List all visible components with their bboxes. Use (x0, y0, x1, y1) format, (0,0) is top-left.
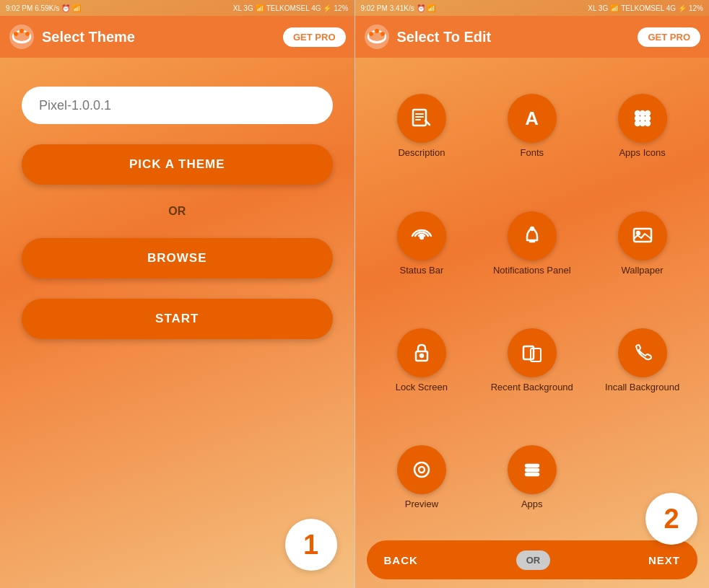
description-label: Description (398, 147, 445, 159)
app-logo-right (364, 24, 390, 50)
description-icon-circle (397, 94, 446, 143)
wallpaper-label: Wallpaper (622, 265, 664, 276)
carrier2-right: TELKOMSEL 4G (621, 4, 676, 12)
battery-left: 12% (334, 4, 348, 12)
incall-background-label: Incall Background (605, 382, 679, 393)
step-badge-2: 2 (645, 493, 697, 545)
speed-right: 3.41K/s (390, 4, 414, 12)
status-bar-left: 9:02 PM 6.59K/s ⏰ 📶 XL 3G 📶 TELKOMSEL 4G… (0, 0, 354, 16)
get-pro-button-left[interactable]: GET PRO (283, 27, 346, 47)
grid-item-description[interactable]: Description (367, 69, 477, 183)
svg-point-29 (414, 462, 429, 477)
or-label-left: OR (168, 205, 186, 218)
wallpaper-icon-circle (618, 211, 667, 260)
theme-name-input[interactable] (22, 87, 333, 124)
svg-point-2 (14, 32, 18, 36)
svg-point-11 (635, 111, 640, 115)
svg-rect-33 (526, 473, 539, 475)
carrier2-left: TELKOMSEL 4G (266, 4, 321, 12)
edit-options-grid: Description A Fonts Apps Icons (367, 69, 698, 540)
battery-right: 12% (689, 4, 703, 12)
pick-theme-button[interactable]: PICK A THEME (22, 144, 333, 185)
time-right: 9:02 PM (361, 4, 388, 12)
svg-point-9 (380, 32, 385, 36)
preview-label: Preview (405, 499, 438, 510)
recent-background-label: Recent Background (491, 382, 573, 393)
left-phone-panel: 9:02 PM 6.59K/s ⏰ 📶 XL 3G 📶 TELKOMSEL 4G… (0, 0, 355, 588)
svg-point-15 (640, 116, 645, 120)
right-phone-panel: 9:02 PM 3.41K/s ⏰ 📶 XL 3G 📶 TELKOMSEL 4G… (355, 0, 710, 588)
svg-point-12 (640, 111, 645, 115)
header-right: Select To Edit GET PRO (355, 16, 710, 58)
apps-icon-circle (508, 445, 557, 494)
left-main-content: PICK A THEME OR BROWSE START (0, 58, 354, 588)
fonts-icon-circle: A (508, 94, 557, 143)
grid-item-incall-background[interactable]: Incall Background (587, 304, 697, 418)
header-title-left: Select Theme (42, 29, 276, 45)
svg-point-8 (375, 29, 379, 33)
grid-item-fonts[interactable]: A Fonts (477, 69, 587, 183)
speed-left: 6.59K/s (35, 4, 59, 12)
status-bar-icon-circle (397, 211, 446, 260)
svg-rect-32 (526, 469, 539, 471)
icons-left: ⏰ 📶 (61, 4, 81, 12)
svg-point-20 (420, 236, 423, 239)
get-pro-button-right[interactable]: GET PRO (638, 27, 700, 47)
svg-point-16 (645, 116, 650, 120)
lock-screen-label: Lock Screen (396, 382, 448, 393)
status-time-left: 9:02 PM 6.59K/s ⏰ 📶 (6, 4, 81, 12)
apps-icons-icon-circle (618, 94, 667, 143)
svg-point-24 (637, 232, 640, 234)
recent-background-icon-circle (508, 328, 557, 377)
svg-point-13 (645, 111, 650, 115)
apps-icons-label: Apps Icons (619, 147, 665, 159)
svg-point-4 (25, 32, 30, 36)
start-button[interactable]: START (22, 299, 333, 339)
svg-point-18 (640, 121, 645, 126)
grid-item-notifications-panel[interactable]: Notifications Panel (477, 186, 587, 300)
svg-point-30 (419, 467, 425, 473)
notifications-label: Notifications Panel (493, 265, 571, 276)
time-left: 9:02 PM (6, 4, 32, 12)
bottom-or-label: OR (516, 550, 551, 570)
step-badge-1: 1 (285, 519, 337, 571)
status-right-left: XL 3G 📶 TELKOMSEL 4G ⚡ 12% (233, 4, 349, 12)
preview-icon-circle (397, 445, 446, 494)
svg-point-3 (19, 29, 24, 33)
svg-point-19 (645, 121, 650, 126)
svg-point-17 (635, 121, 640, 126)
notifications-icon-circle (508, 211, 557, 260)
status-bar-right: 9:02 PM 3.41K/s ⏰ 📶 XL 3G 📶 TELKOMSEL 4G… (355, 0, 710, 16)
status-bar-label: Status Bar (400, 265, 444, 276)
fonts-icon: A (525, 107, 539, 130)
grid-item-lock-screen[interactable]: Lock Screen (367, 304, 477, 418)
grid-item-recent-background[interactable]: Recent Background (477, 304, 587, 418)
carrier-right: XL 3G (588, 4, 608, 12)
header-title-right: Select To Edit (397, 29, 631, 45)
svg-point-22 (531, 227, 534, 230)
grid-item-status-bar[interactable]: Status Bar (367, 186, 477, 300)
svg-point-14 (635, 116, 640, 120)
svg-point-26 (420, 354, 423, 357)
incall-background-icon-circle (618, 328, 667, 377)
svg-point-7 (369, 32, 373, 36)
next-button[interactable]: NEXT (648, 554, 680, 566)
grid-item-preview[interactable]: Preview (367, 421, 477, 535)
app-logo-left (9, 24, 35, 50)
grid-item-apps[interactable]: Apps (477, 421, 587, 535)
header-left: Select Theme GET PRO (0, 16, 354, 58)
lock-screen-icon-circle (397, 328, 446, 377)
apps-label: Apps (521, 499, 543, 510)
svg-rect-31 (526, 465, 539, 467)
bottom-navigation-bar: BACK OR NEXT (367, 540, 698, 579)
browse-button[interactable]: BROWSE (22, 238, 333, 278)
carrier-left: XL 3G (233, 4, 253, 12)
grid-item-apps-icons[interactable]: Apps Icons (587, 69, 697, 183)
fonts-label: Fonts (520, 147, 544, 159)
back-button[interactable]: BACK (384, 554, 418, 566)
grid-item-wallpaper[interactable]: Wallpaper (587, 186, 697, 300)
